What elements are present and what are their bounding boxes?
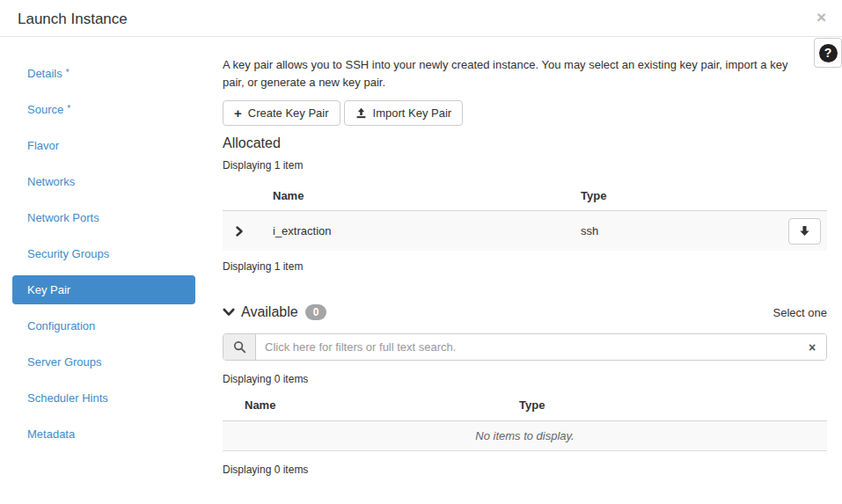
available-count-bottom: Displaying 0 items <box>223 464 827 476</box>
available-table-header: Name Type <box>223 385 827 421</box>
upload-icon <box>355 107 367 119</box>
sidebar-item-scheduler-hints[interactable]: Scheduler Hints <box>0 380 209 416</box>
column-header-name: Name <box>273 189 581 202</box>
table-row: i_extraction ssh <box>223 211 827 251</box>
select-hint: Select one <box>773 306 827 319</box>
available-section-header: Available 0 Select one <box>223 303 827 321</box>
allocated-heading: Allocated <box>223 135 827 152</box>
help-button[interactable]: ? <box>814 38 842 68</box>
question-mark-icon: ? <box>819 44 838 62</box>
column-header-name: Name <box>223 398 519 412</box>
sidebar-item-key-pair[interactable]: Key Pair <box>12 275 195 304</box>
modal-header: Launch Instance × <box>0 0 842 37</box>
arrow-down-icon <box>799 225 810 237</box>
sidebar-item-source[interactable]: Source* <box>0 91 209 128</box>
sidebar-item-flavor[interactable]: Flavor <box>0 128 209 164</box>
key-pair-type: ssh <box>581 224 777 237</box>
close-icon[interactable]: × <box>815 7 828 27</box>
sidebar-item-details[interactable]: Details* <box>0 55 209 91</box>
page-title: Launch Instance <box>0 0 842 28</box>
chevron-down-icon[interactable] <box>223 307 235 318</box>
create-key-pair-button[interactable]: + Create Key Pair <box>223 100 340 126</box>
column-header-type: Type <box>581 189 777 202</box>
sidebar-item-security-groups[interactable]: Security Groups <box>0 236 209 272</box>
filter-search-bar: × <box>223 333 827 361</box>
deallocate-button[interactable] <box>788 218 821 245</box>
plus-icon: + <box>234 106 242 120</box>
allocated-count-top: Displaying 1 item <box>223 159 827 172</box>
sidebar-item-metadata[interactable]: Metadata <box>0 416 209 452</box>
sidebar-item-network-ports[interactable]: Network Ports <box>0 200 209 236</box>
sidebar-item-networks[interactable]: Networks <box>0 164 209 200</box>
key-pair-panel: A key pair allows you to SSH into your n… <box>209 37 842 504</box>
required-asterisk: * <box>66 68 70 77</box>
import-key-pair-button[interactable]: Import Key Pair <box>344 100 464 126</box>
available-count-badge: 0 <box>305 304 327 320</box>
clear-search-icon[interactable]: × <box>798 334 826 360</box>
available-heading: Available <box>241 303 298 321</box>
empty-table-message: No items to display. <box>223 421 827 451</box>
sidebar-item-configuration[interactable]: Configuration <box>0 308 209 344</box>
chevron-right-icon[interactable] <box>223 226 273 237</box>
modal-body: Details* Source* Flavor Networks Network… <box>0 37 842 504</box>
search-icon <box>223 334 256 360</box>
key-pair-name: i_extraction <box>273 224 581 237</box>
wizard-sidebar: Details* Source* Flavor Networks Network… <box>0 37 209 504</box>
sidebar-item-server-groups[interactable]: Server Groups <box>0 344 209 380</box>
key-pair-description: A key pair allows you to SSH into your n… <box>223 56 799 91</box>
search-input[interactable] <box>256 334 798 360</box>
column-header-type: Type <box>519 398 827 412</box>
key-pair-actions: + Create Key Pair Import Key Pair <box>223 100 827 126</box>
available-count-top: Displaying 0 items <box>223 373 827 385</box>
required-asterisk: * <box>67 104 70 113</box>
allocated-count-bottom: Displaying 1 item <box>223 260 827 273</box>
allocated-table-header: Name Type <box>223 172 827 211</box>
